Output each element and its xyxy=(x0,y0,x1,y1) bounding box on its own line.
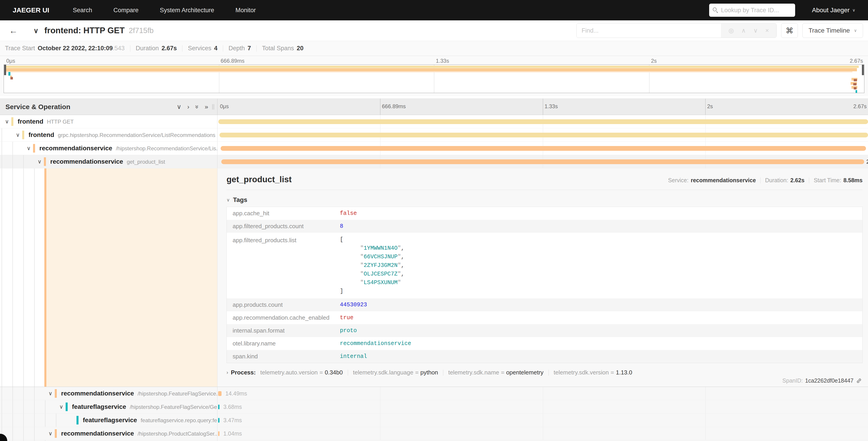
collapse-one-icon[interactable]: ∨ xyxy=(177,104,182,110)
expand-chevron-icon[interactable]: ∨ xyxy=(49,430,53,437)
focus-match-icon[interactable]: ◎ xyxy=(728,27,734,34)
indent-guide xyxy=(2,169,2,387)
span-duration-bar[interactable] xyxy=(218,405,219,409)
span-timeline-cell[interactable]: 2.62s xyxy=(217,155,868,168)
about-jaeger-menu[interactable]: About Jaeger ∨ xyxy=(812,6,855,14)
minimap-drag-handle-right[interactable] xyxy=(862,65,864,75)
timeline-gridline xyxy=(380,400,380,413)
span-duration-bar[interactable] xyxy=(218,431,219,436)
span-duration-bar[interactable] xyxy=(221,146,866,151)
span-timeline-cell[interactable]: 3.47ms xyxy=(217,414,868,427)
tags-section-title: Tags xyxy=(233,196,247,204)
indent-guide xyxy=(56,414,56,427)
search-icon xyxy=(713,7,718,13)
tags-section-toggle[interactable]: ∨ Tags xyxy=(226,196,863,204)
link-icon[interactable] xyxy=(856,378,862,384)
start-time-label: Start Time: xyxy=(814,177,841,184)
trace-id-search-input[interactable] xyxy=(721,7,792,14)
span-row[interactable]: ∨frontendgrpc.hipstershop.Recommendation… xyxy=(0,128,868,142)
span-name-cell[interactable]: ∨featureflagservice/hipstershop.FeatureF… xyxy=(0,400,217,413)
span-name-cell[interactable]: ∨frontendgrpc.hipstershop.Recommendation… xyxy=(0,128,217,142)
expand-one-icon[interactable]: › xyxy=(187,104,189,110)
expand-all-icon[interactable]: » xyxy=(205,104,208,110)
collapse-trace-chevron-icon[interactable]: ∨ xyxy=(33,27,38,35)
json-list-item: "LS4PSXUNUM" xyxy=(340,278,404,287)
expand-chevron-icon[interactable]: ∨ xyxy=(49,390,53,396)
span-row[interactable]: ∨featureflagservice/hipstershop.FeatureF… xyxy=(0,400,868,414)
tag-row[interactable]: app.recommendation.cache_enabledtrue xyxy=(227,311,862,324)
trace-id-search[interactable] xyxy=(709,4,795,17)
span-duration-bar[interactable] xyxy=(218,391,221,396)
tag-row[interactable]: app.filtered_products.count8 xyxy=(227,220,862,233)
span-name-cell[interactable]: ∨recommendationservice/hipstershop.Recom… xyxy=(0,142,217,155)
expand-chevron-icon[interactable]: ∨ xyxy=(59,404,63,410)
span-name-cell[interactable]: ∨frontendHTTP GET xyxy=(0,115,217,128)
timeline-gridline xyxy=(380,427,380,440)
summary-value: 20 xyxy=(297,45,304,52)
ruler-gridline xyxy=(543,99,543,115)
span-name-cell[interactable]: featureflagservicefeatureflagservice.rep… xyxy=(0,414,217,427)
indent-guide xyxy=(23,427,24,440)
expand-chevron-icon[interactable]: ∨ xyxy=(27,145,31,151)
tag-row[interactable]: otel.library.namerecommendationservice xyxy=(227,337,862,350)
span-timeline-cell[interactable]: 14.49ms xyxy=(217,387,868,400)
expand-chevron-icon[interactable]: ∨ xyxy=(37,158,42,165)
collapse-all-icon[interactable]: » xyxy=(194,105,200,109)
start-time-value: 8.58ms xyxy=(843,177,863,184)
find-input[interactable] xyxy=(577,24,721,37)
span-row[interactable]: ∨frontendHTTP GET xyxy=(0,115,868,128)
span-duration-bar[interactable] xyxy=(219,133,868,138)
span-row[interactable]: featureflagservicefeatureflagservice.rep… xyxy=(0,414,868,427)
indent-guide xyxy=(12,400,13,413)
span-row[interactable]: ∨recommendationserviceget_product_list2.… xyxy=(0,155,868,169)
service-color-bar xyxy=(22,130,24,139)
tag-row[interactable]: span.kindinternal xyxy=(227,350,862,363)
tag-row[interactable]: internal.span.formatproto xyxy=(227,324,862,337)
nav-item-search[interactable]: Search xyxy=(73,7,92,14)
minimap-canvas[interactable] xyxy=(4,64,864,93)
span-duration-bar[interactable] xyxy=(221,159,864,164)
span-timeline-cell[interactable] xyxy=(217,142,868,155)
span-timeline-cell[interactable] xyxy=(217,128,868,142)
span-name-cell[interactable]: ∨recommendationserviceget_product_list xyxy=(0,155,217,168)
prev-match-icon[interactable]: ∧ xyxy=(741,27,746,34)
timeline-gridline xyxy=(705,414,706,427)
clear-find-icon[interactable]: × xyxy=(765,27,769,34)
process-tag: telemetry.auto.version=0.34b0 xyxy=(260,369,343,376)
process-row[interactable]: ›Process:telemetry.auto.version=0.34b0te… xyxy=(226,369,863,376)
expand-chevron-icon[interactable]: ∨ xyxy=(16,132,20,138)
span-duration-bar[interactable] xyxy=(218,418,219,423)
trace-view-select[interactable]: Trace Timeline ∨ xyxy=(802,23,863,38)
brand-logo[interactable]: JAEGER UI xyxy=(13,6,49,14)
tag-row[interactable]: app.products.count44530923 xyxy=(227,298,862,311)
keyboard-shortcuts-button[interactable]: ⌘ xyxy=(781,23,798,38)
span-timeline-cell[interactable]: 1.04ms xyxy=(217,427,868,440)
nav-item-compare[interactable]: Compare xyxy=(113,7,138,14)
span-name-cell[interactable]: ∨recommendationservice/hipstershop.Produ… xyxy=(0,427,217,440)
span-detail-left-gutter xyxy=(0,169,217,387)
nav-item-monitor[interactable]: Monitor xyxy=(235,7,256,14)
timeline-gridline xyxy=(705,427,706,440)
indent-guide xyxy=(45,414,45,427)
span-row[interactable]: ∨recommendationservice/hipstershop.Featu… xyxy=(0,387,868,400)
span-row[interactable]: ∨recommendationservice/hipstershop.Produ… xyxy=(0,427,868,440)
service-color-bar xyxy=(55,389,57,398)
indent-guide xyxy=(12,387,13,400)
span-timeline-cell[interactable]: 3.68ms xyxy=(217,400,868,413)
span-name-cell[interactable]: ∨recommendationservice/hipstershop.Featu… xyxy=(0,387,217,400)
minimap-drag-handle-left[interactable] xyxy=(4,65,6,75)
span-timeline-cell[interactable] xyxy=(217,115,868,128)
column-resize-grip[interactable] xyxy=(212,104,214,110)
service-color-bar xyxy=(11,117,13,126)
expand-chevron-icon[interactable]: ∨ xyxy=(5,118,9,125)
tag-row[interactable]: app.cache_hitfalse xyxy=(227,207,862,220)
nav-item-system-architecture[interactable]: System Architecture xyxy=(160,7,214,14)
tag-row[interactable]: app.filtered_products.list[ "1YMWWN1N4O"… xyxy=(227,233,862,298)
back-arrow-icon[interactable]: ← xyxy=(9,26,18,35)
summary-item: Total Spans20 xyxy=(262,45,304,52)
span-row[interactable]: ∨recommendationservice/hipstershop.Recom… xyxy=(0,142,868,155)
tick-label: 0μs xyxy=(6,58,15,64)
next-match-icon[interactable]: ∨ xyxy=(753,27,758,34)
span-duration-bar[interactable] xyxy=(218,119,868,124)
summary-item: Trace StartOctober 22 2022, 22:10:09.543 xyxy=(5,45,125,52)
